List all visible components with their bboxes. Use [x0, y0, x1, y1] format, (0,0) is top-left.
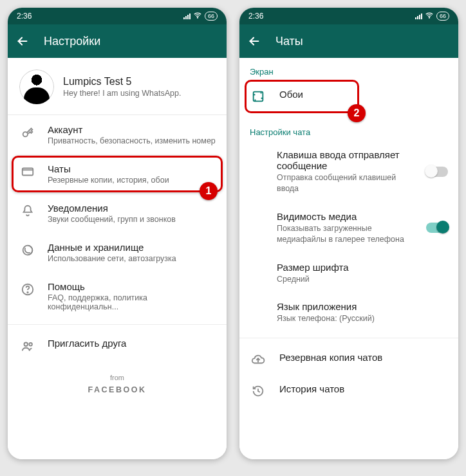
- page-title: Настройки: [44, 35, 100, 48]
- app-bar: Настройки: [8, 24, 227, 58]
- item-sub: FAQ, поддержка, политика конфиденциальн.…: [48, 293, 218, 311]
- svg-point-5: [27, 292, 28, 293]
- svg-point-1: [23, 132, 28, 136]
- step-badge-2: 2: [348, 104, 366, 122]
- profile-status: Hey there! I am using WhatsApp.: [63, 89, 181, 98]
- cloud-upload-icon: [251, 352, 265, 367]
- item-title: Размер шрифта: [277, 262, 349, 273]
- item-title: Резервная копия чатов: [279, 352, 382, 363]
- phone-settings: 2:36 66 Настройки Lumpics Test 5 Hey the…: [8, 8, 227, 459]
- chats-item-backup[interactable]: Резервная копия чатов: [239, 343, 458, 375]
- settings-content: Lumpics Test 5 Hey there! I am using Wha…: [8, 58, 227, 459]
- app-bar: Чаты: [239, 24, 458, 58]
- status-time: 2:36: [248, 12, 263, 21]
- item-title: Данные и хранилище: [48, 242, 176, 253]
- settings-item-data[interactable]: Данные и хранилище Использование сети, а…: [8, 233, 227, 272]
- item-title: Видимость медиа: [277, 211, 420, 222]
- item-sub: Показывать загруженные медиафайлы в гале…: [277, 223, 420, 245]
- chats-item-media-visibility[interactable]: Видимость медиа Показывать загруженные м…: [239, 203, 458, 253]
- settings-item-chats[interactable]: Чаты Резервные копии, история, обои 1: [8, 154, 227, 194]
- chats-item-history[interactable]: История чатов: [239, 375, 458, 407]
- item-title: Язык приложения: [277, 301, 375, 312]
- toggle-switch[interactable]: [426, 167, 448, 177]
- page-title: Чаты: [275, 35, 303, 48]
- item-sub: Использование сети, автозагрузка: [48, 254, 176, 263]
- settings-item-notifications[interactable]: Уведомления Звуки сообщений, групп и зво…: [8, 194, 227, 233]
- item-title: История чатов: [279, 383, 344, 394]
- phone-chats: 2:36 66 Чаты Экран Обои 2 Настройки чата: [239, 8, 458, 459]
- signal-icon: [183, 14, 191, 19]
- item-sub: Средний: [277, 274, 349, 285]
- back-icon[interactable]: [15, 34, 30, 48]
- bell-icon: [21, 204, 35, 218]
- status-bar: 2:36 66: [239, 8, 458, 24]
- footer-facebook: FACEBOOK: [8, 385, 227, 394]
- profile-row[interactable]: Lumpics Test 5 Hey there! I am using Wha…: [8, 58, 227, 115]
- section-chat: Настройки чата: [239, 118, 458, 141]
- section-screen: Экран: [239, 58, 458, 80]
- item-title: Пригласить друга: [48, 338, 126, 349]
- battery-icon: 66: [436, 12, 449, 21]
- svg-rect-2: [23, 169, 33, 176]
- settings-item-help[interactable]: Помощь FAQ, поддержка, политика конфиден…: [8, 272, 227, 320]
- item-title: Помощь: [48, 281, 218, 292]
- item-sub: Приватность, безопасность, изменить номе…: [48, 136, 216, 145]
- item-title: Уведомления: [48, 203, 176, 214]
- data-icon: [21, 243, 35, 257]
- svg-point-0: [197, 17, 198, 17]
- svg-point-6: [24, 343, 28, 347]
- history-icon: [251, 384, 265, 398]
- toggle-switch[interactable]: [426, 223, 448, 233]
- wallpaper-icon: [251, 89, 265, 104]
- settings-item-invite[interactable]: Пригласить друга: [8, 329, 227, 362]
- item-sub: Звуки сообщений, групп и звонков: [48, 215, 176, 224]
- item-sub: Отправка сообщений клавишей ввода: [277, 172, 420, 194]
- chat-icon: [21, 165, 35, 179]
- status-time: 2:36: [17, 12, 32, 21]
- chats-content: Экран Обои 2 Настройки чата Клавиша ввод…: [239, 58, 458, 459]
- chats-item-enter-sends[interactable]: Клавиша ввода отправляет сообщение Отпра…: [239, 141, 458, 203]
- status-bar: 2:36 66: [8, 8, 227, 24]
- help-icon: [21, 282, 35, 297]
- back-icon[interactable]: [247, 34, 261, 48]
- svg-point-7: [29, 343, 32, 346]
- chats-item-app-language[interactable]: Язык приложения Язык телефона: (Русский): [239, 293, 458, 333]
- profile-name: Lumpics Test 5: [63, 76, 181, 87]
- wifi-icon: [425, 11, 434, 22]
- avatar: [19, 69, 54, 104]
- svg-point-8: [429, 17, 429, 17]
- item-sub: Язык телефона: (Русский): [277, 313, 375, 324]
- item-title: Обои: [279, 89, 303, 100]
- key-icon: [21, 125, 35, 140]
- item-title: Чаты: [48, 163, 169, 174]
- chats-item-font-size[interactable]: Размер шрифта Средний: [239, 253, 458, 293]
- people-icon: [21, 339, 35, 353]
- footer-from: from: [8, 374, 227, 381]
- item-title: Клавиша ввода отправляет сообщение: [277, 149, 420, 171]
- signal-icon: [415, 14, 422, 19]
- item-sub: Резервные копии, история, обои: [48, 176, 169, 185]
- item-title: Аккаунт: [48, 124, 216, 135]
- wifi-icon: [193, 11, 202, 22]
- footer: from FACEBOOK: [8, 374, 227, 394]
- battery-icon: 66: [205, 12, 218, 21]
- settings-item-account[interactable]: Аккаунт Приватность, безопасность, измен…: [8, 115, 227, 154]
